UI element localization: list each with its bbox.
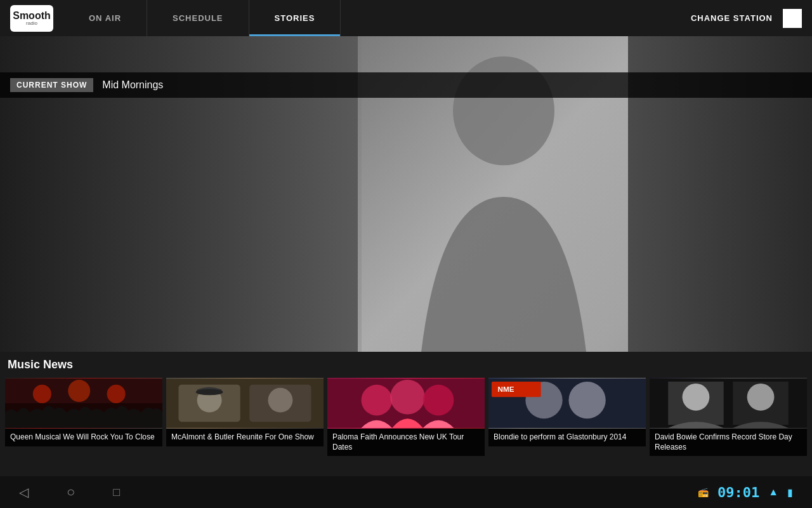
android-status-icons: 📻 09:01 ▲ ▮ (698, 485, 793, 500)
news-card-4[interactable]: NME Blondie to perform at Glastonbury 20… (488, 378, 646, 464)
svg-point-4 (33, 385, 51, 403)
news-cards-container: Queen Musical We Will Rock You To Close … (5, 378, 807, 464)
news-card-1[interactable]: Queen Musical We Will Rock You To Close (5, 378, 162, 464)
news-card-caption-5: David Bowie Confirms Record Store Day Re… (650, 429, 807, 456)
blondie-image: NME (488, 378, 646, 429)
news-card-caption-2: McAlmont & Butler Reunite For One Show (166, 429, 324, 446)
news-card-caption-4: Blondie to perform at Glastonbury 2014 (488, 429, 646, 446)
tab-stories[interactable]: STORIES (249, 0, 341, 36)
news-card-image-4: NME (488, 378, 646, 429)
current-show-name: Mid Mornings (102, 79, 163, 91)
back-button[interactable]: ◁ (19, 485, 29, 500)
news-card-image-5 (650, 378, 807, 429)
svg-point-12 (196, 389, 223, 396)
news-card-image-2 (166, 378, 324, 429)
square-button[interactable] (783, 9, 802, 28)
home-button[interactable]: ○ (67, 484, 75, 500)
current-show-label: CURRENT SHOW (10, 78, 93, 92)
news-card-2[interactable]: McAlmont & Butler Reunite For One Show (166, 378, 324, 464)
svg-point-16 (423, 385, 454, 416)
hero-area: CURRENT SHOW Mid Mornings (0, 36, 812, 352)
news-card-image-3 (327, 378, 485, 429)
svg-point-6 (107, 385, 125, 403)
tab-schedule[interactable]: SCHEDULE (147, 0, 249, 36)
battery-icon: ▮ (787, 486, 793, 498)
tab-on-air[interactable]: ON AIR (63, 0, 147, 36)
top-navigation: Smooth radio ON AIR SCHEDULE STORIES CHA… (0, 0, 812, 36)
paloma-faith-image (327, 378, 485, 429)
news-section-title: Music News (5, 358, 807, 371)
svg-text:NME: NME (498, 385, 514, 393)
news-section: Music News Queen Musical We Will Rock Yo… (0, 352, 812, 483)
mcalmont-butler-image (166, 378, 324, 429)
queen-musical-image (5, 378, 162, 429)
news-card-3[interactable]: Paloma Faith Announces New UK Tour Dates (327, 378, 485, 464)
news-card-caption-3: Paloma Faith Announces New UK Tour Dates (327, 429, 485, 456)
news-card-caption-1: Queen Musical We Will Rock You To Close (5, 429, 162, 446)
logo-text: Smooth (13, 11, 51, 21)
svg-point-27 (747, 384, 775, 411)
change-station-button[interactable]: CHANGE STATION (691, 13, 773, 23)
logo-subtext: radio (26, 21, 37, 26)
android-nav-buttons: ◁ ○ □ (19, 484, 120, 500)
current-show-bar: CURRENT SHOW Mid Mornings (0, 72, 812, 98)
svg-point-20 (568, 382, 605, 418)
david-bowie-image (650, 378, 807, 429)
svg-point-5 (68, 380, 90, 402)
radio-icon: 📻 (698, 487, 709, 497)
svg-point-14 (361, 385, 392, 416)
news-card-5[interactable]: David Bowie Confirms Record Store Day Re… (650, 378, 807, 464)
wifi-icon: ▲ (768, 486, 778, 498)
recent-apps-button[interactable]: □ (113, 486, 120, 499)
clock-display: 09:01 (717, 485, 759, 500)
android-navigation-bar: ◁ ○ □ 📻 09:01 ▲ ▮ (0, 476, 812, 508)
smooth-logo: Smooth radio (10, 5, 53, 32)
nav-tabs: ON AIR SCHEDULE STORIES (63, 0, 691, 36)
news-card-image-1 (5, 378, 162, 429)
nav-right: CHANGE STATION (691, 9, 812, 28)
logo-area: Smooth radio (0, 0, 63, 36)
svg-point-11 (268, 388, 292, 413)
svg-point-15 (390, 380, 424, 414)
svg-point-25 (683, 384, 710, 411)
